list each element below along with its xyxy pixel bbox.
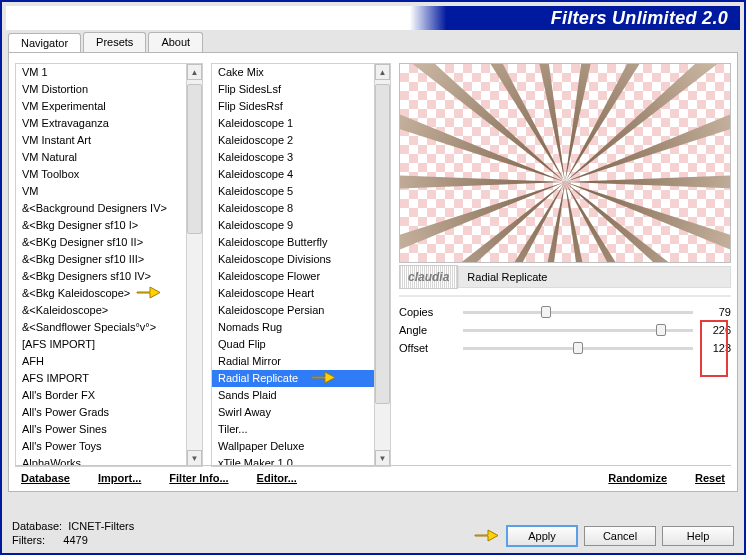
list-item[interactable]: Radial Mirror	[212, 353, 374, 370]
filters-label: Filters:	[12, 534, 45, 546]
list-item[interactable]: &<Bkg Designer sf10 III>	[16, 251, 186, 268]
scroll-down-icon[interactable]: ▼	[375, 450, 390, 466]
list-item[interactable]: Kaleidoscope Butterfly	[212, 234, 374, 251]
param-label: Copies	[399, 306, 463, 318]
import-link[interactable]: Import...	[98, 472, 141, 484]
list-item[interactable]: VM Extravaganza	[16, 115, 186, 132]
list-item[interactable]: Kaleidoscope 3	[212, 149, 374, 166]
list-item[interactable]: All's Power Sines	[16, 421, 186, 438]
list-item[interactable]: Swirl Away	[212, 404, 374, 421]
param-value: 226	[701, 324, 731, 336]
list-item[interactable]: Radial Replicate	[212, 370, 374, 387]
filters-count: 4479	[63, 534, 87, 546]
list-item[interactable]: Kaleidoscope 4	[212, 166, 374, 183]
db-name: ICNET-Filters	[68, 520, 134, 532]
list-item[interactable]: Cake Mix	[212, 64, 374, 81]
pointer-icon	[474, 527, 500, 546]
list-item[interactable]: VM Experimental	[16, 98, 186, 115]
list-item[interactable]: Flip SidesRsf	[212, 98, 374, 115]
param-value: 123	[701, 342, 731, 354]
filter-info-link[interactable]: Filter Info...	[169, 472, 228, 484]
slider-thumb[interactable]	[541, 306, 551, 318]
link-bar: Database Import... Filter Info... Editor…	[15, 465, 731, 489]
list-item[interactable]: &<Bkg Designers sf10 IV>	[16, 268, 186, 285]
list-item[interactable]: &<Bkg Kaleidoscope>	[16, 285, 186, 302]
tab-about[interactable]: About	[148, 32, 203, 52]
list-item[interactable]: Tiler...	[212, 421, 374, 438]
list-item[interactable]: AFS IMPORT	[16, 370, 186, 387]
scroll-thumb[interactable]	[187, 84, 202, 234]
filter-name-label: Radial Replicate	[458, 266, 731, 288]
database-link[interactable]: Database	[21, 472, 70, 484]
param-row: Angle226	[399, 321, 731, 339]
cancel-button[interactable]: Cancel	[584, 526, 656, 546]
scroll-up-icon[interactable]: ▲	[187, 64, 202, 80]
list-item[interactable]: All's Border FX	[16, 387, 186, 404]
list-item[interactable]: Kaleidoscope 8	[212, 200, 374, 217]
list-item[interactable]: Flip SidesLsf	[212, 81, 374, 98]
right-panel: claudia Radial Replicate Copies79Angle22…	[399, 63, 731, 467]
list-item[interactable]: Kaleidoscope Divisions	[212, 251, 374, 268]
tab-presets[interactable]: Presets	[83, 32, 146, 52]
scroll-thumb[interactable]	[375, 84, 390, 404]
scrollbar[interactable]: ▲ ▼	[374, 64, 390, 466]
list-item[interactable]: Kaleidoscope Flower	[212, 268, 374, 285]
param-slider[interactable]	[463, 311, 693, 314]
list-item[interactable]: Wallpaper Deluxe	[212, 438, 374, 455]
param-label: Angle	[399, 324, 463, 336]
list-item[interactable]: Kaleidoscope 2	[212, 132, 374, 149]
randomize-link[interactable]: Randomize	[608, 472, 667, 484]
list-item[interactable]: Kaleidoscope 5	[212, 183, 374, 200]
list-item[interactable]: &<Bkg Designer sf10 I>	[16, 217, 186, 234]
tab-bar: Navigator Presets About	[8, 32, 205, 52]
database-info: Database: ICNET-Filters Filters: 4479	[12, 519, 134, 547]
param-slider[interactable]	[463, 347, 693, 350]
list-item[interactable]: Kaleidoscope Persian	[212, 302, 374, 319]
slider-thumb[interactable]	[573, 342, 583, 354]
scroll-up-icon[interactable]: ▲	[375, 64, 390, 80]
list-item[interactable]: Nomads Rug	[212, 319, 374, 336]
tab-navigator[interactable]: Navigator	[8, 33, 81, 53]
list-item[interactable]: Quad Flip	[212, 336, 374, 353]
list-item[interactable]: VM Distortion	[16, 81, 186, 98]
list-item[interactable]: Kaleidoscope 1	[212, 115, 374, 132]
pointer-icon	[136, 284, 186, 305]
list-item[interactable]: &<Sandflower Specials°v°>	[16, 319, 186, 336]
reset-link[interactable]: Reset	[695, 472, 725, 484]
list-item[interactable]: &<Background Designers IV>	[16, 200, 186, 217]
app-title: Filters Unlimited 2.0	[551, 8, 728, 29]
scrollbar[interactable]: ▲ ▼	[186, 64, 202, 466]
preview-image	[399, 63, 731, 263]
filter-list[interactable]: Cake MixFlip SidesLsfFlip SidesRsfKaleid…	[211, 63, 391, 467]
help-button[interactable]: Help	[662, 526, 734, 546]
list-item[interactable]: VM	[16, 183, 186, 200]
watermark-label: claudia	[399, 265, 458, 289]
param-value: 79	[701, 306, 731, 318]
title-bar: Filters Unlimited 2.0	[6, 6, 740, 30]
list-item[interactable]: Kaleidoscope 9	[212, 217, 374, 234]
list-item[interactable]: AFH	[16, 353, 186, 370]
param-slider[interactable]	[463, 329, 693, 332]
list-item[interactable]: All's Power Toys	[16, 438, 186, 455]
editor-link[interactable]: Editor...	[257, 472, 297, 484]
param-row: Copies79	[399, 303, 731, 321]
param-label: Offset	[399, 342, 463, 354]
scroll-down-icon[interactable]: ▼	[187, 450, 202, 466]
apply-button[interactable]: Apply	[506, 525, 578, 547]
footer-bar: Database: ICNET-Filters Filters: 4479 Ap…	[12, 519, 734, 547]
navigator-list[interactable]: VM 1VM DistortionVM ExperimentalVM Extra…	[15, 63, 203, 467]
client-area: VM 1VM DistortionVM ExperimentalVM Extra…	[8, 52, 738, 492]
pointer-icon	[311, 369, 374, 390]
list-item[interactable]: All's Power Grads	[16, 404, 186, 421]
list-item[interactable]: VM Instant Art	[16, 132, 186, 149]
list-item[interactable]: VM Natural	[16, 149, 186, 166]
db-label: Database:	[12, 520, 62, 532]
list-item[interactable]: Kaleidoscope Heart	[212, 285, 374, 302]
list-item[interactable]: &<BKg Designer sf10 II>	[16, 234, 186, 251]
slider-thumb[interactable]	[656, 324, 666, 336]
list-item[interactable]: VM 1	[16, 64, 186, 81]
param-row: Offset123	[399, 339, 731, 357]
list-item[interactable]: VM Toolbox	[16, 166, 186, 183]
list-item[interactable]: [AFS IMPORT]	[16, 336, 186, 353]
